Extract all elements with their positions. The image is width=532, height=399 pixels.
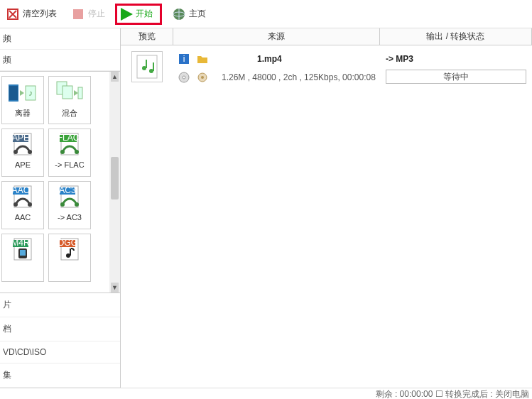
tile-label: AAC xyxy=(15,213,31,222)
svg-text:OGG: OGG xyxy=(58,238,77,248)
svg-point-55 xyxy=(183,76,185,79)
start-button[interactable]: 开始 xyxy=(115,4,162,25)
file-row[interactable]: i 1.mp4 1.26M , 48000 , 2ch , 125Kbps, 0… xyxy=(121,45,532,91)
stop-label: 停止 xyxy=(88,8,105,20)
svg-text:AAC: AAC xyxy=(12,185,30,195)
format-grid-area: ♪ 离器 混合 APE APE xyxy=(0,72,120,293)
svg-point-31 xyxy=(28,202,32,207)
svg-rect-51 xyxy=(153,62,154,71)
svg-point-26 xyxy=(75,150,79,154)
svg-marker-15 xyxy=(74,90,78,96)
stop-button[interactable]: 停止 xyxy=(67,4,109,24)
svg-point-30 xyxy=(13,202,18,207)
content-area: 预览 来源 输出 / 转换状态 i 1.mp4 1.26M , 48000 xyxy=(121,28,532,388)
globe-icon xyxy=(172,7,186,21)
format-grid: ♪ 离器 混合 APE APE xyxy=(1,76,108,282)
svg-rect-16 xyxy=(78,87,82,99)
footer-text: 剩余 : 00:00:00 ☐ 转换完成后 : 关闭电脑 xyxy=(376,389,529,399)
svg-marker-10 xyxy=(20,90,24,96)
tile-flac[interactable]: FLAC -> FLAC xyxy=(48,129,91,177)
main-area: 频 频 ♪ 离器 混合 APE xyxy=(0,28,532,388)
tile-aac[interactable]: AAC AAC xyxy=(1,181,44,229)
status-bar: 剩余 : 00:00:00 ☐ 转换完成后 : 关闭电脑 xyxy=(0,388,532,399)
disc-icon[interactable] xyxy=(178,71,190,84)
status-cell: -> MP3 等待中 xyxy=(380,48,532,88)
svg-rect-41 xyxy=(20,250,26,256)
svg-text:M4R: M4R xyxy=(11,238,30,248)
play-icon xyxy=(119,7,133,21)
sidebar: 频 频 ♪ 离器 混合 APE xyxy=(0,28,121,388)
start-label: 开始 xyxy=(136,8,153,20)
info-icon[interactable]: i xyxy=(178,53,190,65)
clear-icon xyxy=(6,7,20,21)
mixer-icon xyxy=(55,80,84,106)
category-item[interactable]: 集 xyxy=(0,364,120,388)
svg-rect-46 xyxy=(70,248,71,256)
category-item[interactable]: 档 xyxy=(0,317,120,341)
tile-ogg[interactable]: OGG xyxy=(48,234,91,282)
tile-ape[interactable]: APE APE xyxy=(1,129,44,177)
svg-point-36 xyxy=(75,202,79,207)
m4r-icon: M4R xyxy=(9,237,37,264)
preview-cell xyxy=(121,48,173,88)
ogg-icon: OGG xyxy=(55,237,84,264)
svg-point-57 xyxy=(201,76,204,79)
home-label: 主页 xyxy=(189,8,206,20)
ape-icon: APE xyxy=(9,132,37,159)
svg-rect-3 xyxy=(73,9,83,19)
separator-icon: ♪ xyxy=(9,80,37,106)
scroll-up-arrow[interactable]: ▲ xyxy=(111,72,119,82)
svg-point-35 xyxy=(60,202,65,207)
col-preview[interactable]: 预览 xyxy=(121,28,173,45)
category-item[interactable]: VD\CD\ISO xyxy=(0,341,120,364)
tile-separator[interactable]: ♪ 离器 xyxy=(1,76,44,124)
home-button[interactable]: 主页 xyxy=(168,4,210,24)
svg-rect-14 xyxy=(63,86,72,99)
tile-mixer[interactable]: 混合 xyxy=(48,76,91,124)
settings-icon[interactable] xyxy=(196,71,209,84)
ac3-icon: AC3 xyxy=(55,185,84,212)
svg-marker-4 xyxy=(121,8,133,21)
svg-point-25 xyxy=(60,150,65,154)
svg-rect-49 xyxy=(146,60,147,68)
column-headers: 预览 来源 输出 / 转换状态 xyxy=(121,28,532,45)
tile-label: -> FLAC xyxy=(55,160,84,169)
sidebar-header-list: 频 频 xyxy=(0,28,120,72)
output-format: -> MP3 xyxy=(386,51,526,67)
tile-label: -> AC3 xyxy=(58,213,82,222)
svg-point-20 xyxy=(13,150,18,154)
svg-text:AC3: AC3 xyxy=(59,185,76,195)
category-item[interactable]: 片 xyxy=(0,293,120,317)
sidebar-item[interactable]: 频 xyxy=(0,28,120,50)
svg-text:FLAC: FLAC xyxy=(58,133,80,143)
toolbar: 清空列表 停止 开始 主页 xyxy=(0,0,532,28)
scroll-down-arrow[interactable]: ▼ xyxy=(111,283,119,293)
stop-icon xyxy=(71,7,85,21)
progress-bar: 等待中 xyxy=(386,70,526,84)
scroll-thumb[interactable] xyxy=(111,157,119,200)
clear-list-button[interactable]: 清空列表 xyxy=(1,4,61,24)
file-meta: 1.26M , 48000 , 2ch , 125Kbps, 00:00:08 xyxy=(222,72,376,82)
svg-text:i: i xyxy=(183,54,185,64)
flac-icon: FLAC xyxy=(55,132,84,159)
category-list: 片 档 VD\CD\ISO 集 xyxy=(0,293,120,388)
progress-text: 等待中 xyxy=(443,71,469,83)
tile-label: 混合 xyxy=(62,108,77,119)
sidebar-item[interactable]: 频 xyxy=(0,50,120,71)
tile-m4r[interactable]: M4R xyxy=(1,234,44,282)
file-name: 1.mp4 xyxy=(257,54,282,64)
aac-icon: AAC xyxy=(9,185,37,212)
svg-point-21 xyxy=(28,150,32,154)
svg-text:♪: ♪ xyxy=(28,88,33,98)
source-cell: i 1.mp4 1.26M , 48000 , 2ch , 125Kbps, 0… xyxy=(173,48,380,88)
folder-icon[interactable] xyxy=(196,53,209,65)
col-status[interactable]: 输出 / 转换状态 xyxy=(380,28,532,45)
svg-rect-9 xyxy=(9,86,18,100)
svg-text:APE: APE xyxy=(12,133,29,143)
file-thumbnail[interactable] xyxy=(131,51,163,82)
tile-ac3[interactable]: AC3 -> AC3 xyxy=(48,181,91,229)
clear-label: 清空列表 xyxy=(23,8,57,20)
sidebar-scrollbar[interactable]: ▲ ▼ xyxy=(109,72,120,293)
col-source[interactable]: 来源 xyxy=(173,28,380,45)
tile-label: 离器 xyxy=(15,108,31,119)
